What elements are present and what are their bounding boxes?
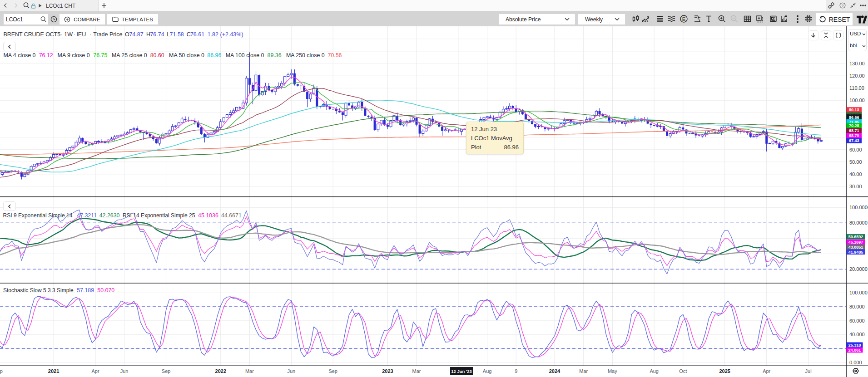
svg-text:9: 9: [515, 368, 517, 374]
svg-text:Mar: Mar: [412, 368, 421, 374]
svg-text:2023: 2023: [382, 368, 393, 374]
svg-text:50.00: 50.00: [849, 159, 862, 165]
svg-text:68.70: 68.70: [849, 133, 859, 138]
svg-text:?: ?: [842, 4, 843, 8]
svg-text:86.66: 86.66: [849, 115, 859, 120]
svg-text:2022: 2022: [215, 368, 226, 374]
svg-text:41.9485: 41.9485: [848, 250, 863, 255]
svg-text:80.13: 80.13: [849, 108, 859, 112]
svg-text:30.00: 30.00: [849, 184, 862, 189]
svg-text:May: May: [608, 368, 617, 374]
svg-text:80.0000: 80.0000: [849, 220, 868, 225]
svg-text:Sep: Sep: [162, 368, 171, 374]
svg-text:Apr: Apr: [763, 368, 770, 374]
svg-text:60.00: 60.00: [849, 147, 862, 152]
svg-text:12 Jun '23: 12 Jun '23: [451, 369, 472, 374]
svg-text:70.28: 70.28: [849, 123, 859, 128]
svg-text:60.000: 60.000: [849, 318, 865, 323]
svg-text:Jun: Jun: [287, 368, 295, 374]
svg-text:50.6592: 50.6592: [848, 235, 863, 239]
svg-text:68.71: 68.71: [849, 128, 859, 133]
svg-text:25.318: 25.318: [848, 343, 861, 348]
svg-text:20.0000: 20.0000: [849, 266, 868, 272]
svg-text:Aug: Aug: [483, 368, 492, 374]
svg-text:100.0000: 100.0000: [849, 205, 868, 210]
svg-text:Jun: Jun: [120, 368, 129, 374]
svg-text:110.00: 110.00: [849, 85, 864, 91]
svg-text:Mar: Mar: [245, 368, 254, 374]
svg-text:2021: 2021: [48, 368, 59, 374]
svg-text:43.0851: 43.0851: [848, 245, 863, 250]
svg-text:40.000: 40.000: [849, 332, 865, 337]
svg-text:40.00: 40.00: [849, 171, 862, 177]
svg-text:80.000: 80.000: [849, 304, 865, 309]
svg-text:E: E: [682, 16, 685, 22]
svg-text:Aug: Aug: [650, 368, 659, 374]
svg-text:Sep: Sep: [0, 368, 3, 374]
svg-text:Apr: Apr: [91, 368, 99, 374]
svg-text:Sep: Sep: [328, 368, 337, 374]
svg-text:0.000: 0.000: [849, 360, 862, 365]
svg-text:24.061: 24.061: [848, 348, 861, 353]
svg-text:67.43: 67.43: [849, 138, 859, 143]
svg-text:100.000: 100.000: [849, 290, 868, 295]
svg-text:45.1697: 45.1697: [848, 240, 863, 245]
svg-text:Mar: Mar: [579, 368, 588, 374]
svg-text:Oct: Oct: [679, 368, 687, 374]
svg-text:Jul: Jul: [805, 368, 812, 374]
svg-text:2024: 2024: [549, 368, 560, 374]
svg-text:120.00: 120.00: [849, 73, 865, 78]
svg-text:100.00: 100.00: [849, 98, 865, 103]
svg-text:130.00: 130.00: [849, 61, 865, 66]
svg-text:2025: 2025: [719, 368, 730, 374]
